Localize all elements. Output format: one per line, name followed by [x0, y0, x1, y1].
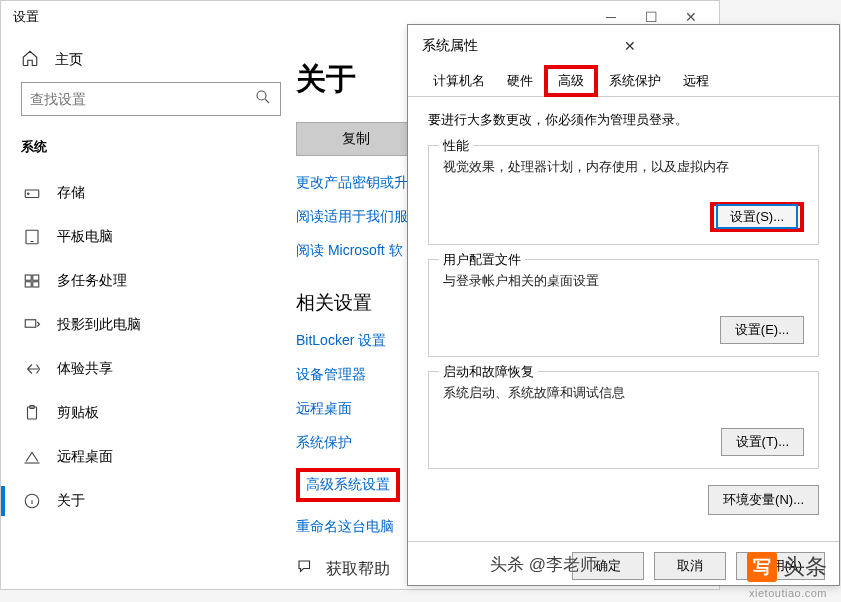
- dialog-tabs: 计算机名 硬件 高级 系统保护 远程: [408, 65, 839, 97]
- nav-clipboard[interactable]: 剪贴板: [21, 394, 276, 432]
- watermark-text: 头杀 @李老师: [490, 553, 597, 576]
- system-properties-dialog: 系统属性 ✕ 计算机名 硬件 高级 系统保护 远程 要进行大多数更改，你必须作为…: [407, 24, 840, 586]
- tab-remote[interactable]: 远程: [672, 65, 720, 97]
- home-nav[interactable]: 主页: [21, 49, 276, 70]
- profile-legend: 用户配置文件: [439, 251, 525, 269]
- tablet-icon: [21, 228, 43, 246]
- nav-project[interactable]: 投影到此电脑: [21, 306, 276, 344]
- clipboard-icon: [21, 404, 43, 422]
- home-icon: [21, 49, 43, 70]
- link-adv-sys[interactable]: 高级系统设置: [306, 476, 390, 494]
- svg-point-2: [28, 193, 30, 195]
- profile-settings-button[interactable]: 设置(E)...: [720, 316, 804, 344]
- nav-multitask[interactable]: 多任务处理: [21, 262, 276, 300]
- tab-advanced[interactable]: 高级: [544, 65, 598, 97]
- profile-desc: 与登录帐户相关的桌面设置: [443, 272, 804, 290]
- home-label: 主页: [55, 51, 83, 69]
- startup-settings-button[interactable]: 设置(T)...: [721, 428, 804, 456]
- env-vars-button[interactable]: 环境变量(N)...: [708, 485, 819, 515]
- remote-icon: [21, 448, 43, 466]
- svg-rect-7: [33, 282, 39, 287]
- startup-legend: 启动和故障恢复: [439, 363, 538, 381]
- search-icon: [254, 88, 272, 110]
- nav-tablet[interactable]: 平板电脑: [21, 218, 276, 256]
- profile-fieldset: 用户配置文件 与登录帐户相关的桌面设置 设置(E)...: [428, 259, 819, 357]
- info-icon: [21, 492, 43, 510]
- perf-desc: 视觉效果，处理器计划，内存使用，以及虚拟内存: [443, 158, 804, 176]
- watermark-brand-text: 头条: [783, 552, 827, 582]
- share-icon: [21, 360, 43, 378]
- svg-rect-5: [33, 275, 39, 280]
- watermark-url: xietoutiao.com: [749, 587, 827, 599]
- drive-icon: [21, 184, 43, 202]
- nav-experience[interactable]: 体验共享: [21, 350, 276, 388]
- sidebar: 主页 系统 存储 平板电脑 多任务处理 投影到此电脑 体验共享 剪贴板 远程桌面…: [1, 33, 296, 589]
- multitask-icon: [21, 272, 43, 290]
- tab-hardware[interactable]: 硬件: [496, 65, 544, 97]
- project-icon: [21, 316, 43, 334]
- svg-point-0: [257, 91, 266, 100]
- copy-button[interactable]: 复制: [296, 122, 416, 156]
- perf-fieldset: 性能 视觉效果，处理器计划，内存使用，以及虚拟内存 设置(S)...: [428, 145, 819, 245]
- nav-remote[interactable]: 远程桌面: [21, 438, 276, 476]
- svg-rect-4: [25, 275, 31, 280]
- nav-storage[interactable]: 存储: [21, 174, 276, 212]
- tab-computer[interactable]: 计算机名: [422, 65, 496, 97]
- svg-rect-6: [25, 282, 31, 287]
- cancel-button[interactable]: 取消: [654, 552, 726, 580]
- startup-fieldset: 启动和故障恢复 系统启动、系统故障和调试信息 设置(T)...: [428, 371, 819, 469]
- tab-protect[interactable]: 系统保护: [598, 65, 672, 97]
- dialog-close-button[interactable]: ✕: [624, 38, 826, 54]
- perf-settings-button[interactable]: 设置(S)...: [716, 204, 798, 229]
- startup-desc: 系统启动、系统故障和调试信息: [443, 384, 804, 402]
- dialog-title: 系统属性: [422, 37, 624, 55]
- svg-rect-8: [25, 320, 36, 328]
- admin-notice: 要进行大多数更改，你必须作为管理员登录。: [428, 111, 819, 129]
- help-icon: [296, 558, 316, 580]
- search-input[interactable]: [30, 91, 254, 107]
- search-box[interactable]: [21, 82, 281, 116]
- nav-about[interactable]: 关于: [21, 482, 276, 520]
- section-label: 系统: [21, 138, 276, 156]
- perf-legend: 性能: [439, 137, 473, 155]
- watermark-badge: 写: [747, 552, 777, 582]
- watermark-brand: 写 头条: [747, 552, 827, 582]
- dialog-header: 系统属性 ✕: [408, 25, 839, 65]
